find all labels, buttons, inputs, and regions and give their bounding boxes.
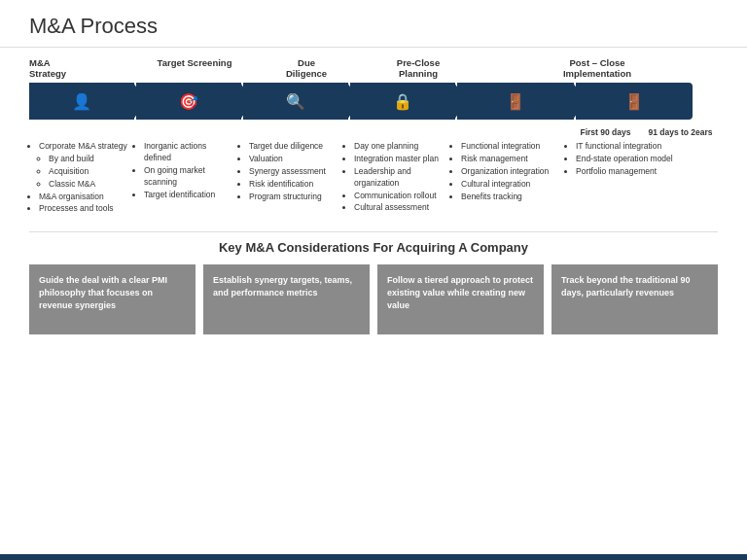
list-item: Day one planning: [354, 141, 445, 153]
list-item: Program structuring: [249, 192, 338, 203]
arrow-seg-1: 👤: [29, 83, 134, 120]
list-item: End-state operation model: [576, 154, 681, 165]
list-item: IT functional integration: [576, 141, 681, 153]
arrow-seg-3: 🔍: [243, 83, 348, 120]
phase-icon-6: 🚪: [624, 92, 644, 111]
list-item: Target identification: [144, 190, 233, 201]
bottom-section: Key M&A Considerations For Acquiring A C…: [0, 240, 747, 334]
col5-list: Functional integration Risk management O…: [451, 141, 560, 202]
col1-list: Corporate M&A strategy By and build Acqu…: [29, 141, 128, 215]
list-item: Cultural assessment: [354, 202, 445, 214]
list-item: Inorganic actions defined: [144, 141, 233, 164]
list-item: On going market scanning: [144, 165, 233, 189]
sub-label-1: First 90 days: [568, 127, 643, 137]
list-item: By and build: [49, 154, 128, 165]
content-columns: Corporate M&A strategy By and build Acqu…: [29, 141, 718, 216]
col3-list: Target due diligence Valuation Synergy a…: [239, 141, 338, 202]
arrow-seg-5: 🚪: [457, 83, 574, 120]
list-item: M&A organisation: [39, 192, 128, 203]
list-item: Target due diligence: [249, 141, 338, 153]
consideration-cards: Guide the deal with a clear PMI philosop…: [29, 264, 718, 334]
list-item: Benefits tracking: [461, 192, 560, 203]
list-item: Corporate M&A strategy: [39, 141, 128, 153]
content-col-6: IT functional integration End-state oper…: [566, 141, 681, 179]
card-4: Track beyond the traditional 90 days, pa…: [551, 264, 718, 334]
sub-label-2: 91 days to 2ears: [643, 127, 718, 137]
content-col-1: Corporate M&A strategy By and build Acqu…: [29, 141, 134, 216]
phase-label-3: DueDiligence: [253, 57, 360, 79]
col2-list: Inorganic actions defined On going marke…: [134, 141, 233, 200]
list-item: Processes and tools: [39, 203, 128, 215]
phase-label-5: Post – CloseImplementation: [477, 57, 718, 79]
arrow-seg-6: 🚪: [576, 83, 693, 120]
list-item: Synergy assessment: [249, 166, 338, 178]
content-col-5: Functional integration Risk management O…: [451, 141, 566, 203]
list-item: Organization integration: [461, 166, 560, 178]
list-item: Portfolio management: [576, 166, 681, 178]
list-item: Risk management: [461, 154, 560, 165]
list-item: Classic M&A: [49, 179, 128, 191]
list-item: Functional integration: [461, 141, 560, 153]
arrow-banner: 👤 🎯 🔍 🔒 🚪 🚪: [29, 83, 718, 120]
list-item: Valuation: [249, 154, 338, 165]
phase-label-4: Pre-ClosePlanning: [360, 57, 477, 79]
col4-list: Day one planning Integration master plan…: [344, 141, 445, 214]
bottom-title: Key M&A Considerations For Acquiring A C…: [29, 240, 718, 255]
phase-icon-2: 🎯: [179, 92, 198, 111]
list-item: Cultural integration: [461, 179, 560, 191]
col6-list: IT functional integration End-state oper…: [566, 141, 681, 178]
card-3: Follow a tiered approach to protect exis…: [377, 264, 544, 334]
arrow-seg-4: 🔒: [350, 83, 455, 120]
phase-icon-4: 🔒: [393, 92, 412, 111]
arrow-seg-2: 🎯: [136, 83, 241, 120]
content-col-3: Target due diligence Valuation Synergy a…: [239, 141, 344, 203]
list-item: Communication rollout: [354, 191, 445, 202]
list-item: Acquisition: [49, 166, 128, 178]
page-title: M&A Process: [29, 14, 718, 39]
section-divider: [29, 231, 718, 232]
phase-label-1: M&AStrategy: [29, 57, 136, 79]
list-item: Integration master plan: [354, 154, 445, 165]
content-col-4: Day one planning Integration master plan…: [344, 141, 451, 215]
main-process: M&AStrategy Target Screening DueDiligenc…: [0, 48, 747, 224]
phase-icon-1: 👤: [72, 92, 91, 111]
content-col-2: Inorganic actions defined On going marke…: [134, 141, 239, 201]
bottom-bar: [0, 554, 747, 560]
phase-icon-5: 🚪: [506, 92, 525, 111]
phase-label-2: Target Screening: [136, 57, 253, 68]
header: M&A Process: [0, 0, 747, 48]
card-1: Guide the deal with a clear PMI philosop…: [29, 264, 196, 334]
phase-icon-3: 🔍: [286, 92, 305, 111]
sub-labels-row: First 90 days 91 days to 2ears: [29, 127, 718, 137]
list-item: Leadership and organization: [354, 166, 445, 190]
card-2: Establish synergy targets, teams, and pe…: [203, 264, 370, 334]
list-item: Risk identification: [249, 179, 338, 191]
phase-labels-row: M&AStrategy Target Screening DueDiligenc…: [29, 57, 718, 79]
